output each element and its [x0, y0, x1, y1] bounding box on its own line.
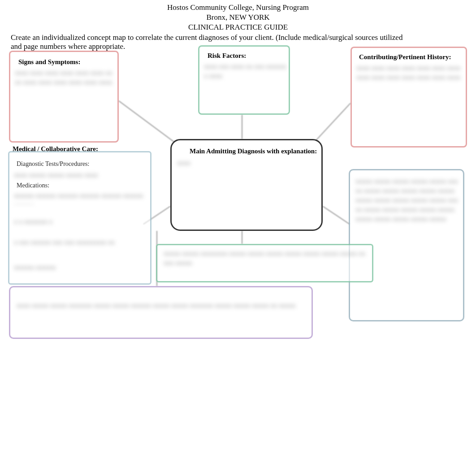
diagnostic-tests-subtitle: Diagnostic Tests/Procedures: [17, 160, 89, 168]
header-line-3: CLINICAL PRACTICE GUIDE [0, 22, 476, 32]
header-line-2: Bronx, NEW YORK [0, 13, 476, 22]
medications-content: xxxxxx xxxxxx xxxxxx xxxxxx xxxxxx xxxxx… [14, 191, 150, 204]
history-box: Contributing/Pertinent History: xxxx xxx… [351, 47, 467, 147]
purple-lower-box: xxxx xxxxx xxxxx xxxxxxx xxxxx xxxxx xxx… [9, 286, 313, 339]
risk-factors-box: Risk Factors: xxxx xxx xxxx xx xxx xxxxx… [198, 45, 290, 115]
green-lower-content: xxxxx xxxxx xxxxxxxx xxxxx xxxxx xxxxx x… [164, 249, 371, 278]
risk-factors-title: Risk Factors: [208, 52, 246, 60]
medcollab-line-3: x x xxxxxxx x [14, 217, 85, 224]
medical-collaborative-box: Diagnostic Tests/Procedures: xxxx xxxxx … [8, 151, 151, 285]
medcollab-line-5: xxxxxx xxxxxx [14, 263, 85, 270]
header-line-1: Hostos Community College, Nursing Progra… [0, 3, 476, 13]
signs-symptoms-box: Signs and Symptoms: xxxx xxxx xxxx xxxx … [9, 51, 119, 143]
main-diagnosis-box: Main Admitting Diagnosis with explanatio… [170, 139, 323, 231]
history-title: Contributing/Pertinent History: [359, 53, 451, 61]
signs-symptoms-title: Signs and Symptoms: [18, 58, 80, 66]
green-lower-box: xxxxx xxxxx xxxxxxxx xxxxx xxxxx xxxxx x… [156, 244, 373, 282]
purple-lower-content: xxxx xxxxx xxxxx xxxxxxx xxxxx xxxxx xxx… [17, 301, 309, 337]
history-content: xxxx xxxx xxxx xxxx xxxx xxxx xxxx xxxx … [356, 63, 465, 139]
risk-factors-content: xxxx xxx xxxx xx xxx xxxxxxx xxxx [204, 62, 290, 107]
diagnostic-tests-content: xxxx xxxxx xxxxx xxxxx xxxx [14, 170, 147, 178]
medications-subtitle: Medications: [17, 182, 49, 189]
main-diagnosis-content: xxxx [177, 158, 208, 168]
main-diagnosis-title: Main Admitting Diagnosis with explanatio… [190, 147, 317, 155]
signs-symptoms-content: xxxx xxxx xxxx xxxx xxxx xxxx xxxx xxxx … [15, 68, 117, 135]
document-page: Hostos Community College, Nursing Progra… [0, 0, 476, 451]
svg-line-4 [323, 206, 350, 224]
medcollab-line-4: x xxx xxxxxx xxx xxx xxxxxxxxx xx [14, 238, 152, 245]
document-header: Hostos Community College, Nursing Progra… [0, 0, 476, 32]
